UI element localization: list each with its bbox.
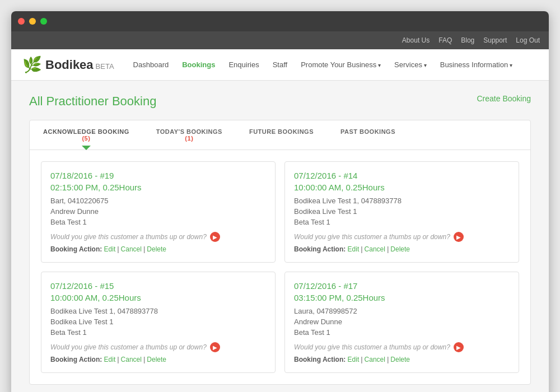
- tabs-container: ACKNOWLEDGE BOOKING (5) TODAY'S BOOKINGS…: [29, 120, 531, 385]
- booking-service: Beta Test 1: [50, 328, 266, 337]
- tab-acknowledge-label: ACKNOWLEDGE BOOKING: [43, 128, 129, 135]
- tab-past-label: PAST BOOKINGS: [340, 128, 395, 135]
- booking-action-label: Booking Action:: [294, 356, 346, 363]
- booking-service: Beta Test 1: [50, 218, 266, 226]
- rating-icon[interactable]: ▶: [454, 232, 464, 242]
- cancel-link[interactable]: Cancel: [121, 245, 142, 253]
- cancel-link[interactable]: Cancel: [365, 245, 385, 253]
- main-nav: 🌿 BodikeaBETA Dashboard Bookings Enquiri…: [11, 49, 549, 81]
- nav-business-info[interactable]: Business Information: [435, 57, 518, 72]
- booking-actions: Booking Action: Edit|Cancel|Delete: [50, 356, 266, 363]
- about-us-link[interactable]: About Us: [402, 36, 430, 44]
- booking-actions: Booking Action: Edit|Cancel|Delete: [294, 245, 510, 253]
- cancel-link[interactable]: Cancel: [365, 356, 385, 363]
- tab-today-label: TODAY'S BOOKINGS: [156, 128, 222, 135]
- tab-today[interactable]: TODAY'S BOOKINGS (1): [143, 120, 236, 150]
- booking-rating: Would you give this customer a thumbs up…: [50, 342, 266, 352]
- nav-dashboard[interactable]: Dashboard: [128, 57, 175, 72]
- booking-actions: Booking Action: Edit|Cancel|Delete: [50, 245, 266, 253]
- blog-link[interactable]: Blog: [461, 36, 474, 44]
- create-booking-link[interactable]: Create Booking: [477, 94, 531, 103]
- page-header: All Practitioner Booking Create Booking: [29, 94, 531, 109]
- booking-contact: Laura, 0478998572: [294, 307, 510, 315]
- faq-link[interactable]: FAQ: [438, 36, 452, 44]
- rating-text: Would you give this customer a thumbs up…: [294, 343, 450, 351]
- logo-beta: BETA: [96, 62, 114, 71]
- booking-service: Beta Test 1: [294, 328, 510, 337]
- edit-link[interactable]: Edit: [104, 245, 116, 253]
- nav-services[interactable]: Services: [389, 57, 432, 72]
- logout-link[interactable]: Log Out: [516, 36, 540, 44]
- nav-promote[interactable]: Promote Your Business: [295, 57, 386, 72]
- booking-service: Beta Test 1: [294, 218, 510, 226]
- booking-action-label: Booking Action:: [50, 245, 102, 253]
- booking-time: 10:00:00 AM, 0.25Hours: [50, 293, 266, 302]
- booking-staff: Andrew Dunne: [294, 318, 510, 326]
- top-nav: About Us FAQ Blog Support Log Out: [11, 31, 549, 49]
- nav-enquiries[interactable]: Enquiries: [223, 57, 264, 72]
- rating-text: Would you give this customer a thumbs up…: [294, 233, 450, 241]
- booking-card: 07/12/2016 - #14 10:00:00 AM, 0.25Hours …: [284, 161, 519, 263]
- page-title: All Practitioner Booking: [29, 94, 156, 109]
- tab-today-count: (1): [156, 135, 222, 142]
- booking-contact: Bart, 0410220675: [50, 197, 266, 205]
- booking-time: 02:15:00 PM, 0.25Hours: [50, 183, 266, 192]
- booking-actions: Booking Action: Edit|Cancel|Delete: [294, 356, 510, 363]
- title-bar: [11, 11, 549, 31]
- logo-text: BodikeaBETA: [45, 58, 114, 72]
- booking-action-label: Booking Action:: [294, 245, 346, 253]
- booking-id: 07/12/2016 - #17: [294, 281, 510, 291]
- booking-staff: Bodikea Live Test 1: [50, 318, 266, 326]
- delete-link[interactable]: Delete: [147, 245, 166, 253]
- booking-contact: Bodikea Live Test 1, 0478893778: [294, 197, 510, 205]
- tabs-header: ACKNOWLEDGE BOOKING (5) TODAY'S BOOKINGS…: [30, 120, 530, 150]
- nav-bookings[interactable]: Bookings: [176, 57, 221, 72]
- nav-staff[interactable]: Staff: [267, 57, 293, 72]
- app-window: About Us FAQ Blog Support Log Out 🌿 Bodi…: [11, 11, 549, 392]
- booking-staff: Bodikea Live Test 1: [294, 207, 510, 216]
- booking-action-label: Booking Action:: [50, 356, 102, 363]
- booking-time: 10:00:00 AM, 0.25Hours: [294, 183, 510, 192]
- cancel-link[interactable]: Cancel: [121, 356, 142, 363]
- logo: 🌿 BodikeaBETA: [22, 55, 114, 74]
- tab-acknowledge[interactable]: ACKNOWLEDGE BOOKING (5): [30, 120, 143, 150]
- rating-text: Would you give this customer a thumbs up…: [50, 233, 207, 241]
- logo-icon: 🌿: [22, 55, 42, 74]
- delete-link[interactable]: Delete: [390, 356, 410, 363]
- booking-card: 07/18/2016 - #19 02:15:00 PM, 0.25Hours …: [41, 161, 276, 263]
- tab-acknowledge-count: (5): [43, 135, 129, 142]
- logo-brand: Bodikea: [45, 58, 94, 72]
- tab-indicator: [82, 146, 91, 150]
- edit-link[interactable]: Edit: [104, 356, 116, 363]
- booking-time: 03:15:00 PM, 0.25Hours: [294, 293, 510, 302]
- booking-staff: Andrew Dunne: [50, 207, 266, 216]
- booking-rating: Would you give this customer a thumbs up…: [50, 232, 266, 242]
- edit-link[interactable]: Edit: [348, 356, 360, 363]
- booking-rating: Would you give this customer a thumbs up…: [294, 232, 510, 242]
- booking-contact: Bodikea Live Test 1, 0478893778: [50, 307, 266, 315]
- page-content: All Practitioner Booking Create Booking …: [11, 81, 549, 392]
- minimize-button[interactable]: [29, 18, 36, 25]
- booking-card: 07/12/2016 - #15 10:00:00 AM, 0.25Hours …: [41, 272, 276, 373]
- rating-icon[interactable]: ▶: [210, 342, 220, 352]
- support-link[interactable]: Support: [483, 36, 507, 44]
- rating-icon[interactable]: ▶: [454, 342, 464, 352]
- booking-id: 07/12/2016 - #14: [294, 171, 510, 180]
- booking-rating: Would you give this customer a thumbs up…: [294, 342, 510, 352]
- tab-future-label: FUTURE BOOKINGS: [249, 128, 314, 135]
- edit-link[interactable]: Edit: [348, 245, 360, 253]
- rating-icon[interactable]: ▶: [210, 232, 220, 242]
- bookings-grid: 07/18/2016 - #19 02:15:00 PM, 0.25Hours …: [30, 150, 530, 384]
- booking-id: 07/18/2016 - #19: [50, 171, 266, 180]
- delete-link[interactable]: Delete: [390, 245, 410, 253]
- delete-link[interactable]: Delete: [147, 356, 166, 363]
- nav-items: Dashboard Bookings Enquiries Staff Promo…: [128, 57, 518, 72]
- booking-id: 07/12/2016 - #15: [50, 281, 266, 291]
- rating-text: Would you give this customer a thumbs up…: [50, 343, 207, 351]
- maximize-button[interactable]: [40, 18, 47, 25]
- booking-card: 07/12/2016 - #17 03:15:00 PM, 0.25Hours …: [284, 272, 519, 373]
- close-button[interactable]: [18, 18, 25, 25]
- tab-future[interactable]: FUTURE BOOKINGS: [236, 120, 327, 150]
- tab-past[interactable]: PAST BOOKINGS: [327, 120, 409, 150]
